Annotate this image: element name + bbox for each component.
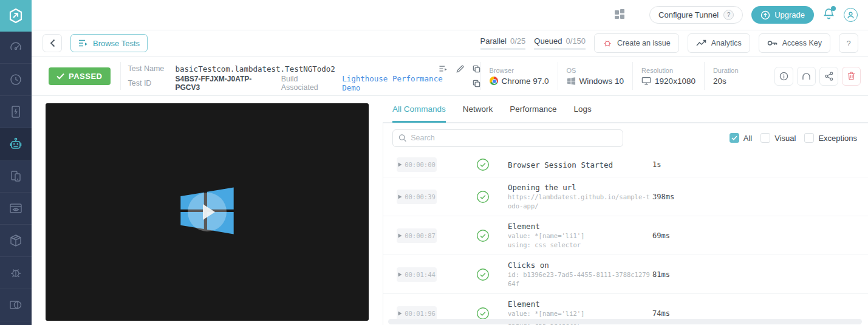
command-title: Opening the url bbox=[508, 182, 652, 193]
browser-section: Browser Chrome 97.0 bbox=[480, 62, 558, 90]
command-timestamp: 00:00:39 bbox=[405, 193, 436, 200]
upgrade-button[interactable]: Upgrade bbox=[751, 6, 814, 24]
monitor-icon bbox=[641, 77, 651, 85]
delete-button[interactable] bbox=[842, 67, 861, 86]
sidebar-item-devices[interactable] bbox=[0, 160, 32, 193]
os-label: OS bbox=[567, 67, 624, 74]
divider bbox=[120, 62, 121, 90]
package-box-icon bbox=[9, 234, 22, 247]
panel-tabs: All Commands Network Performance Logs bbox=[383, 96, 868, 123]
queued-label: Queued bbox=[534, 36, 562, 46]
create-issue-label: Create an issue bbox=[617, 39, 671, 47]
filter-all-label: All bbox=[743, 134, 752, 143]
filter-checkboxes: All Visual Exceptions bbox=[730, 133, 857, 143]
info-icon bbox=[779, 72, 788, 81]
checkbox-empty-icon[interactable] bbox=[760, 133, 770, 143]
analytics-label: Analytics bbox=[711, 39, 742, 47]
test-video-player[interactable] bbox=[46, 103, 369, 321]
toolbar-help-button[interactable]: ? bbox=[839, 33, 858, 53]
command-duration: 81ms bbox=[652, 270, 670, 279]
share-button[interactable] bbox=[819, 67, 838, 86]
tab-logs[interactable]: Logs bbox=[574, 96, 592, 123]
trash-icon bbox=[847, 72, 855, 80]
info-button[interactable] bbox=[774, 67, 793, 86]
browser-label: Browser bbox=[490, 67, 549, 74]
back-button[interactable] bbox=[43, 34, 62, 52]
browser-value: Chrome 97.0 bbox=[502, 77, 549, 86]
command-detail: value: *[name='li1'] bbox=[508, 231, 652, 241]
play-marker-icon bbox=[398, 162, 402, 167]
devices-icon bbox=[9, 169, 22, 183]
command-title: Element bbox=[508, 299, 652, 309]
key-icon bbox=[767, 39, 777, 47]
speedometer-icon bbox=[9, 41, 22, 54]
sidebar-item-hyperexecute[interactable] bbox=[0, 225, 32, 257]
horizontal-scrollbar[interactable] bbox=[388, 319, 862, 324]
chrome-icon bbox=[490, 77, 498, 85]
command-timestamp-pill[interactable]: 00:01:96 bbox=[397, 306, 437, 321]
tab-all-commands[interactable]: All Commands bbox=[392, 96, 446, 123]
play-button[interactable] bbox=[188, 193, 227, 231]
success-check-icon bbox=[476, 307, 490, 320]
resolution-label: Resolution bbox=[641, 67, 695, 74]
command-timestamp-pill[interactable]: 00:01:44 bbox=[397, 267, 437, 282]
play-marker-icon bbox=[398, 272, 402, 277]
command-row[interactable]: 00:00:39 Opening the url https://lambdat… bbox=[383, 177, 868, 216]
browse-tests-button[interactable]: Browse Tests bbox=[70, 34, 148, 52]
build-associated-label: Build Associated bbox=[281, 75, 336, 92]
access-key-button[interactable]: Access Key bbox=[759, 33, 830, 53]
sidebar-item-automation[interactable] bbox=[0, 128, 32, 160]
success-check-icon bbox=[476, 190, 490, 204]
command-listbox: All Visual Exceptions 00:00:00 bbox=[383, 123, 868, 325]
command-list: 00:00:00 Browser Session Started 1s 00:0… bbox=[383, 152, 868, 325]
check-icon bbox=[56, 73, 64, 80]
checkbox-empty-icon[interactable] bbox=[804, 133, 814, 143]
tunnel-help-icon[interactable]: ? bbox=[723, 10, 734, 20]
tab-network[interactable]: Network bbox=[463, 96, 493, 123]
tunnel-button[interactable] bbox=[797, 67, 816, 86]
parallel-label: Parallel bbox=[480, 36, 507, 46]
user-avatar[interactable] bbox=[844, 8, 858, 22]
test-steps-icon[interactable] bbox=[439, 65, 448, 72]
analytics-button[interactable]: Analytics bbox=[688, 33, 750, 53]
filter-row: All Visual Exceptions bbox=[383, 123, 868, 152]
sidebar-item-contrast[interactable] bbox=[0, 289, 32, 321]
filter-visual[interactable]: Visual bbox=[760, 133, 796, 143]
command-text: Browser Session Started bbox=[508, 160, 652, 170]
copy-test-name-icon[interactable] bbox=[473, 65, 480, 73]
command-details: id: b1396e23-7ad5-4455-8111-3788c127964f bbox=[508, 270, 652, 289]
create-issue-button[interactable]: Create an issue bbox=[594, 33, 679, 53]
command-timestamp-pill[interactable]: 00:00:00 bbox=[397, 157, 437, 172]
sidebar-item-history[interactable] bbox=[0, 64, 32, 96]
configure-tunnel-button[interactable]: Configure Tunnel ? bbox=[649, 6, 743, 24]
command-row[interactable]: 00:00:00 Browser Session Started 1s bbox=[383, 152, 868, 177]
notifications-bell-icon[interactable] bbox=[822, 7, 835, 22]
top-header: Configure Tunnel ? Upgrade bbox=[32, 0, 868, 30]
command-timestamp-pill[interactable]: 00:00:87 bbox=[397, 228, 437, 243]
build-link[interactable]: Lighthouse Performance Demo bbox=[342, 74, 463, 92]
robot-icon bbox=[9, 137, 23, 151]
command-duration: 74ms bbox=[652, 309, 670, 318]
lambdatest-logo[interactable] bbox=[0, 0, 32, 32]
tab-performance[interactable]: Performance bbox=[510, 96, 556, 123]
command-timestamp-pill[interactable]: 00:00:39 bbox=[397, 190, 437, 204]
command-row[interactable]: 00:00:87 Element value: *[name='li1']usi… bbox=[383, 216, 868, 255]
sidebar-item-app-testing[interactable] bbox=[0, 96, 32, 128]
parallel-stat: Parallel 0/25 bbox=[480, 36, 526, 50]
checkbox-checked-icon[interactable] bbox=[730, 133, 739, 143]
search-input[interactable] bbox=[411, 134, 617, 142]
sidebar-item-speedometer[interactable] bbox=[0, 32, 32, 64]
search-box[interactable] bbox=[392, 129, 623, 147]
browser-eye-icon bbox=[9, 202, 23, 215]
apps-grid-icon[interactable] bbox=[614, 9, 625, 22]
duration-label: Duration bbox=[713, 67, 756, 74]
command-row[interactable]: 00:01:44 Clicks on id: b1396e23-7ad5-445… bbox=[383, 255, 868, 294]
sidebar-item-visual-testing[interactable] bbox=[0, 193, 32, 225]
edit-pencil-icon[interactable] bbox=[456, 65, 464, 73]
filter-all[interactable]: All bbox=[730, 133, 752, 143]
filter-exceptions[interactable]: Exceptions bbox=[804, 133, 857, 143]
copy-build-icon[interactable] bbox=[473, 80, 480, 87]
toolbar-right-group: Parallel 0/25 Queued 0/150 Create an iss… bbox=[480, 33, 858, 53]
sidebar-item-issue-tracker[interactable] bbox=[0, 257, 32, 289]
brand-hexagon-icon bbox=[8, 8, 24, 24]
